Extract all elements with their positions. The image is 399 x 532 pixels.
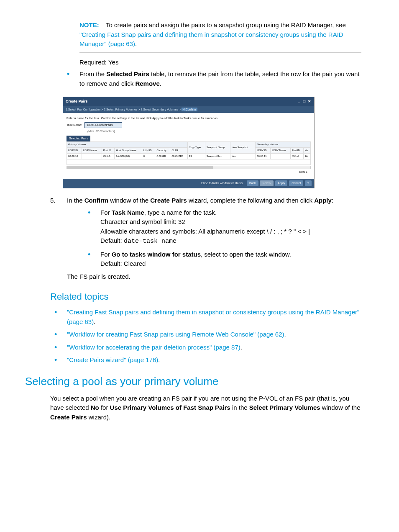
group-primary: Primary Volume <box>67 142 188 148</box>
note-text-before: To create pairs and assign the pairs to … <box>106 21 346 28</box>
note-text-after: . <box>135 40 137 47</box>
related-link-3[interactable]: "Workflow for accelerating the pair dele… <box>67 344 240 351</box>
related-topic-3: "Workflow for accelerating the pair dele… <box>50 343 361 352</box>
next-button: Next > <box>260 180 273 187</box>
help-button[interactable]: ? <box>305 180 312 187</box>
selected-pairs-table: Primary Volume Copy Type Snapshot Group … <box>66 141 311 165</box>
task-name-label: Task Name: <box>66 123 82 128</box>
step5-closing: The FS pair is created. <box>67 272 361 282</box>
wizard-instruction: Enter a name for the task. Confirm the s… <box>66 116 311 121</box>
bullet-go-to-tasks: For Go to tasks window for status, selec… <box>84 250 361 269</box>
related-topics-heading: Related topics <box>50 290 361 303</box>
related-topic-4: "Create Pairs wizard" (page 176). <box>50 355 361 365</box>
related-topic-2: "Workflow for creating Fast Snap pairs u… <box>50 330 361 339</box>
task-name-input[interactable]: 130514-CreatePairs <box>84 122 122 129</box>
note-label: NOTE: <box>79 21 99 28</box>
back-button[interactable]: Back <box>247 180 258 187</box>
related-topic-1: "Creating Fast Snap pairs and defining t… <box>50 308 361 326</box>
wizard-footer: ☐ Go to tasks window for status Back Nex… <box>63 179 314 188</box>
cancel-button[interactable]: Cancel <box>289 180 303 187</box>
wizard-breadcrumb: 1.Select Pair Configuration > 2.Select P… <box>63 106 314 113</box>
required-line: Required: Yes <box>79 58 361 67</box>
apply-button[interactable]: Apply <box>275 180 288 187</box>
create-pairs-wizard: Create Pairs _ □ ✕ 1.Select Pair Configu… <box>63 97 315 188</box>
note-link[interactable]: "Creating Fast Snap pairs and defining t… <box>79 31 343 48</box>
task-name-hint: (Max. 32 Characters) <box>87 129 311 134</box>
bullet-remove-pair: From the Selected Pairs table, to remove… <box>63 69 361 88</box>
total-count: Total 1 <box>66 169 311 175</box>
step-5: 5. In the Confirm window of the Create P… <box>50 196 361 281</box>
horizontal-scrollbar[interactable] <box>66 166 311 169</box>
minimize-icon[interactable]: _ <box>297 99 301 105</box>
group-secondary: Secondary Volume <box>256 142 311 148</box>
related-link-2[interactable]: "Workflow for creating Fast Snap pairs u… <box>67 331 284 338</box>
go-to-tasks-checkbox[interactable]: ☐ Go to tasks window for status <box>201 182 243 185</box>
wizard-title: Create Pairs <box>66 99 88 105</box>
bullet-task-name: For Task Name, type a name for the task.… <box>84 208 361 247</box>
note-box: NOTE: To create pairs and assign the pai… <box>79 17 361 53</box>
selected-pairs-tab[interactable]: Selected Pairs <box>66 136 90 142</box>
wizard-window-controls: _ □ ✕ <box>297 99 312 105</box>
close-icon[interactable]: ✕ <box>307 99 312 105</box>
breadcrumb-active: 4.Confirm <box>182 108 197 111</box>
section2-paragraph: You select a pool when you are creating … <box>50 394 361 422</box>
maximize-icon[interactable]: □ <box>302 99 306 105</box>
step-number: 5. <box>50 196 56 206</box>
wizard-titlebar: Create Pairs _ □ ✕ <box>63 97 314 106</box>
related-link-1[interactable]: "Creating Fast Snap pairs and defining t… <box>67 308 359 325</box>
section-heading: Selecting a pool as your primary volume <box>25 373 361 390</box>
related-link-4[interactable]: "Create Pairs wizard" (page 176) <box>67 356 158 363</box>
table-row[interactable]: 00:00:10 CL1-A 1A-G00 (00) 0 8.00 GB 00:… <box>67 154 311 159</box>
